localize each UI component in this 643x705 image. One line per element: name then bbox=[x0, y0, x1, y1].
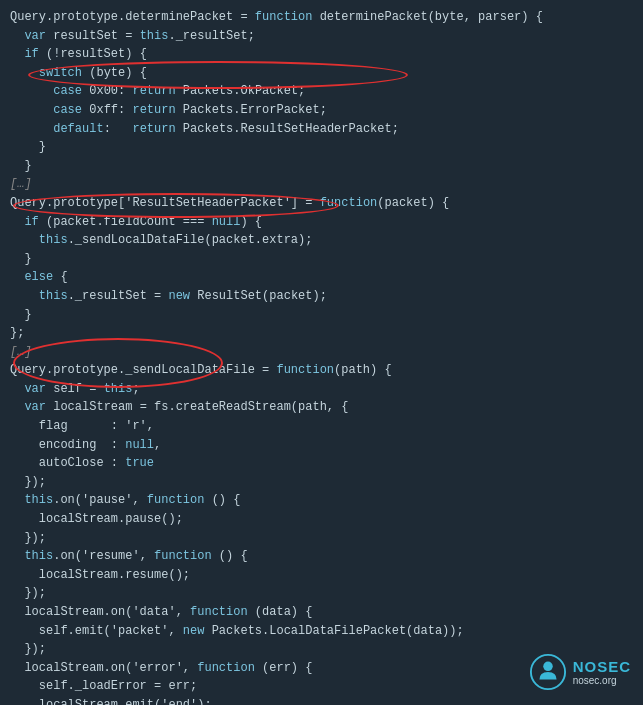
code-line: default: return Packets.ResultSetHeaderP… bbox=[10, 120, 633, 139]
code-line: localStream.on('data', function (data) { bbox=[10, 603, 633, 622]
nosec-icon bbox=[529, 653, 567, 691]
nosec-badge: NOSEC nosec.org bbox=[529, 653, 631, 691]
code-line: if (!resultSet) { bbox=[10, 45, 633, 64]
code-line: this.on('resume', function () { bbox=[10, 547, 633, 566]
code-line: case 0xff: return Packets.ErrorPacket; bbox=[10, 101, 633, 120]
code-line: }; bbox=[10, 324, 633, 343]
code-line: flag : 'r', bbox=[10, 417, 633, 436]
code-line: var resultSet = this._resultSet; bbox=[10, 27, 633, 46]
code-line: } bbox=[10, 157, 633, 176]
nosec-url: nosec.org bbox=[573, 675, 617, 686]
code-line: } bbox=[10, 306, 633, 325]
nosec-text: NOSEC nosec.org bbox=[573, 658, 631, 686]
code-line: Query.prototype.determinePacket = functi… bbox=[10, 8, 633, 27]
code-line: […] bbox=[10, 343, 633, 362]
code-line: case 0x00: return Packets.OkPacket; bbox=[10, 82, 633, 101]
code-line: if (packet.fieldCount === null) { bbox=[10, 213, 633, 232]
code-block: Query.prototype.determinePacket = functi… bbox=[0, 0, 643, 705]
code-line: }); bbox=[10, 473, 633, 492]
code-line: else { bbox=[10, 268, 633, 287]
code-line: self.emit('packet', new Packets.LocalDat… bbox=[10, 622, 633, 641]
svg-point-1 bbox=[543, 662, 553, 672]
code-line: } bbox=[10, 138, 633, 157]
code-line: var self = this; bbox=[10, 380, 633, 399]
code-line: […] bbox=[10, 175, 633, 194]
code-line: }); bbox=[10, 584, 633, 603]
code-line: Query.prototype['ResultSetHeaderPacket']… bbox=[10, 194, 633, 213]
code-line: this._sendLocalDataFile(packet.extra); bbox=[10, 231, 633, 250]
code-line: encoding : null, bbox=[10, 436, 633, 455]
code-line: Query.prototype._sendLocalDataFile = fun… bbox=[10, 361, 633, 380]
code-line: } bbox=[10, 250, 633, 269]
code-line: this._resultSet = new ResultSet(packet); bbox=[10, 287, 633, 306]
code-line: var localStream = fs.createReadStream(pa… bbox=[10, 398, 633, 417]
code-line: autoClose : true bbox=[10, 454, 633, 473]
code-line: switch (byte) { bbox=[10, 64, 633, 83]
nosec-title: NOSEC bbox=[573, 658, 631, 675]
code-line: localStream.pause(); bbox=[10, 510, 633, 529]
code-line: }); bbox=[10, 529, 633, 548]
code-line: localStream.emit('end'); bbox=[10, 696, 633, 705]
code-line: localStream.resume(); bbox=[10, 566, 633, 585]
code-line: this.on('pause', function () { bbox=[10, 491, 633, 510]
